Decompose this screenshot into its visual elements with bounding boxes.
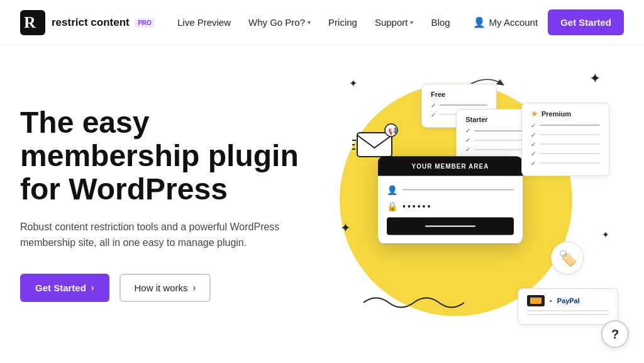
- starter-tier-label: Starter: [465, 116, 528, 123]
- logo[interactable]: R restrict content PRO: [20, 10, 155, 35]
- check-icon: ✓: [531, 150, 536, 157]
- payment-icons-row: • PayPal: [527, 295, 609, 306]
- user-icon: 👤: [473, 16, 486, 28]
- header: R restrict content PRO Live Preview Why …: [0, 0, 644, 45]
- free-tier-label: Free: [431, 91, 487, 98]
- svg-text:R: R: [24, 13, 36, 31]
- header-right: 👤 My Account Get Started: [473, 9, 624, 35]
- payment-line-2: [527, 314, 609, 315]
- member-area-header: YOUR MEMBER AREA: [378, 156, 523, 176]
- card-icons: [527, 295, 545, 306]
- payment-separator: •: [550, 297, 552, 304]
- svg-text:📢: 📢: [388, 126, 397, 135]
- chevron-down-icon: ▾: [308, 19, 311, 26]
- user-field-icon: 👤: [387, 184, 397, 194]
- spark-icon-2: ✦: [340, 220, 351, 235]
- hero-subtitle: Robust content restriction tools and a p…: [20, 219, 284, 251]
- password-field: 🔒 ••••••: [387, 201, 514, 211]
- check-icon: ✓: [431, 111, 436, 118]
- how-it-works-button[interactable]: How it works ›: [119, 274, 211, 302]
- svg-rect-3: [357, 133, 392, 157]
- nav-live-preview[interactable]: Live Preview: [177, 17, 231, 28]
- spark-icon-4: ✦: [602, 230, 609, 240]
- hero-buttons: Get Started › How it works ›: [20, 274, 335, 302]
- help-button[interactable]: ?: [601, 320, 629, 348]
- check-icon: ✓: [531, 141, 536, 148]
- login-button-illustration: [387, 217, 514, 235]
- star-icon: ★: [531, 109, 538, 118]
- logo-text: restrict content PRO: [52, 16, 155, 29]
- lock-icon: 🔒: [387, 201, 397, 211]
- check-icon: ✓: [431, 102, 436, 109]
- arrow-right-icon: ›: [91, 282, 94, 293]
- hero-get-started-button[interactable]: Get Started ›: [20, 274, 109, 302]
- nav-why-go-pro[interactable]: Why Go Pro? ▾: [248, 17, 311, 28]
- hero-illustration: ✦ ✦ ✦ ✦ 📢 Fr: [335, 45, 624, 363]
- main-nav: Live Preview Why Go Pro? ▾ Pricing Suppo…: [177, 17, 450, 28]
- password-dots: ••••••: [402, 201, 432, 211]
- spark-icon-3: ✦: [589, 70, 601, 87]
- svg-marker-2: [496, 79, 504, 86]
- hero-content: The easy membership plugin for WordPress…: [20, 106, 335, 302]
- credit-card-icon: [527, 295, 545, 306]
- nav-support[interactable]: Support ▾: [375, 17, 414, 28]
- check-icon: ✓: [465, 146, 470, 153]
- chevron-down-icon-support: ▾: [410, 19, 413, 26]
- hero-section: The easy membership plugin for WordPress…: [0, 45, 644, 363]
- member-area-body: 👤 🔒 ••••••: [378, 176, 523, 243]
- check-icon: ✓: [531, 160, 536, 167]
- discount-badge: 🏷️: [551, 242, 584, 274]
- spark-icon-1: ✦: [349, 77, 357, 89]
- check-icon: ✓: [465, 127, 470, 134]
- my-account-link[interactable]: 👤 My Account: [473, 16, 538, 28]
- paypal-label: PayPal: [557, 297, 580, 304]
- wave-decoration: [364, 290, 464, 315]
- hero-title: The easy membership plugin for WordPress: [20, 106, 335, 206]
- payment-card: • PayPal: [518, 288, 618, 325]
- check-icon: ✓: [531, 122, 536, 129]
- premium-tier-card: ★ Premium ✓ ✓ ✓ ✓: [521, 103, 609, 180]
- premium-tier-label: ★ Premium: [531, 109, 600, 118]
- arrow-right-icon-secondary: ›: [193, 282, 196, 293]
- nav-pricing[interactable]: Pricing: [328, 17, 357, 28]
- svg-text:🏷️: 🏷️: [558, 249, 577, 267]
- check-icon: ✓: [465, 137, 470, 143]
- nav-blog[interactable]: Blog: [431, 17, 450, 28]
- member-area-card: YOUR MEMBER AREA 👤 🔒 ••••••: [378, 156, 523, 243]
- header-get-started-button[interactable]: Get Started: [548, 9, 624, 35]
- check-icon: ✓: [531, 131, 536, 138]
- username-field: 👤: [387, 184, 514, 194]
- payment-line-1: [527, 310, 609, 311]
